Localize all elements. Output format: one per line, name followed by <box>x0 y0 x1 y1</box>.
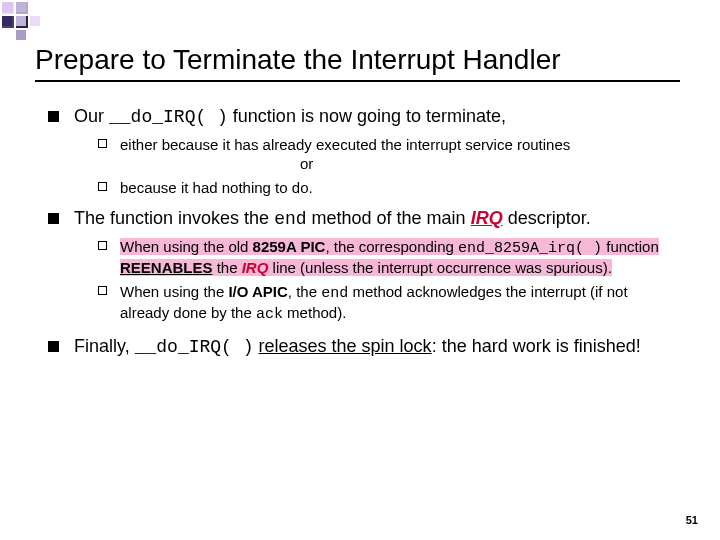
title-rule <box>35 80 680 82</box>
sub-bullet: When using the old 8259A PIC, the corres… <box>98 237 680 278</box>
corner-decoration-icon <box>2 2 46 46</box>
slide: Prepare to Terminate the Interrupt Handl… <box>0 0 720 540</box>
title-block: Prepare to Terminate the Interrupt Handl… <box>35 44 680 82</box>
text: because it had nothing to do. <box>120 179 313 196</box>
code: __do_IRQ( ) <box>109 107 228 127</box>
underlined: releases the spin lock <box>259 336 432 356</box>
text-or: or <box>300 154 680 174</box>
slide-title: Prepare to Terminate the Interrupt Handl… <box>35 44 680 76</box>
text: Finally, <box>74 336 135 356</box>
text: Our <box>74 106 109 126</box>
bullet-1: Our __do_IRQ( ) function is now going to… <box>48 105 680 197</box>
sub-bullet: either because it has already executed t… <box>98 135 680 174</box>
code: __do_IRQ( ) <box>135 337 254 357</box>
text: either because it has already executed t… <box>120 136 570 153</box>
sub-bullet: When using the I/O APIC, the end method … <box>98 282 680 325</box>
text: method of the main <box>307 208 471 228</box>
text: function is now going to terminate, <box>228 106 506 126</box>
page-number: 51 <box>686 514 698 526</box>
sub-bullet: because it had nothing to do. <box>98 178 680 198</box>
highlighted-text: When using the old 8259A PIC, the corres… <box>120 238 659 277</box>
text: : the hard work is finished! <box>432 336 641 356</box>
text: The function invokes the <box>74 208 274 228</box>
text: descriptor. <box>503 208 591 228</box>
slide-body: Our __do_IRQ( ) function is now going to… <box>48 105 680 368</box>
irq-term: IRQ <box>471 208 503 228</box>
bullet-3: Finally, __do_IRQ( ) releases the spin l… <box>48 335 680 359</box>
bullet-2: The function invokes the end method of t… <box>48 207 680 325</box>
code: end <box>274 209 306 229</box>
